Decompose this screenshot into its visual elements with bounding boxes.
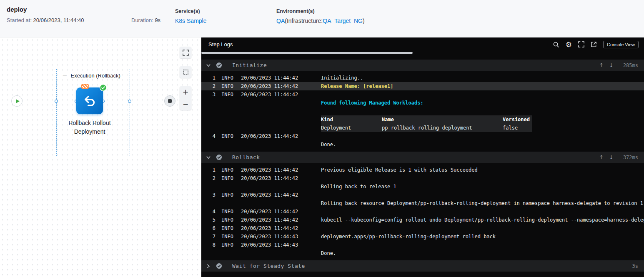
execution-group-label: Execution (Rollback): [71, 72, 120, 79]
settings-gear-icon[interactable]: ⚙: [566, 40, 572, 49]
log-line-number: [201, 140, 216, 149]
search-icon[interactable]: [553, 41, 559, 48]
log-line: Found following Managed Workloads:: [201, 99, 644, 107]
horizontal-scrollbar-thumb[interactable]: [201, 52, 413, 54]
log-level: INFO: [221, 216, 241, 224]
console-header: Step Logs ⚙ Console View: [201, 37, 644, 51]
run-pipeline-button[interactable]: [11, 95, 23, 107]
log-line: Rolling back resource Deployment/pp-roll…: [201, 199, 644, 207]
stop-node-button[interactable]: [164, 95, 175, 107]
log-message: [321, 107, 644, 115]
log-section-header[interactable]: Wait for Steady State3s: [201, 260, 644, 272]
log-line: Rolling back to release 1: [201, 182, 644, 191]
log-line: 1INFO20/06/2023 11:44:42Initializing..: [201, 74, 644, 82]
log-line-number: 3: [201, 191, 216, 199]
log-line-number: 4: [201, 207, 216, 216]
minus-icon: −: [183, 101, 188, 108]
log-timestamp: 20/06/2023 11:44:42: [241, 166, 321, 174]
canvas-marquee-select-button[interactable]: [180, 66, 191, 78]
check-circle-icon: [216, 263, 222, 269]
chevron-down-icon[interactable]: [206, 155, 211, 160]
section-duration: 285ms: [619, 62, 638, 68]
check-circle-icon: [216, 62, 222, 68]
services-label: Service(s): [175, 8, 206, 14]
table-cell: Name: [382, 115, 503, 124]
log-line: 4INFO20/06/2023 11:44:42: [201, 132, 644, 140]
log-line: 2INFO20/06/2023 11:44:42Release Name: [r…: [201, 82, 644, 90]
log-level: [221, 99, 241, 107]
collapse-minus-icon[interactable]: −: [62, 73, 68, 78]
scroll-to-top-icon[interactable]: ↑: [599, 154, 604, 160]
step-node-label: Rollback Rollout Deployment: [56, 119, 123, 136]
log-section-header[interactable]: Rollback↑↓372ms: [201, 152, 644, 163]
log-level: INFO: [221, 207, 241, 216]
environment-link[interactable]: QA: [276, 17, 285, 24]
log-timestamp: 20/06/2023 11:44:42: [241, 90, 321, 99]
log-line-number: 1: [201, 166, 216, 174]
log-section: Wait for Steady State3s: [201, 260, 644, 272]
log-scroll-area[interactable]: Initialize↑↓285ms1INFO20/06/2023 11:44:4…: [201, 51, 644, 277]
log-timestamp: [241, 99, 321, 107]
zoom-in-button[interactable]: +: [180, 86, 191, 98]
log-timestamp: [241, 107, 321, 115]
log-message: deployment.apps/pp-rollback-rolling-depl…: [321, 232, 644, 241]
log-message: Rolling back to release 1: [321, 182, 644, 191]
log-line-number: 7: [201, 232, 216, 241]
zoom-out-button[interactable]: −: [180, 98, 191, 110]
log-sections: Initialize↑↓285ms1INFO20/06/2023 11:44:4…: [201, 60, 644, 272]
log-level: [221, 124, 241, 132]
log-message: [321, 241, 644, 249]
log-line: [201, 107, 644, 115]
chevron-down-icon[interactable]: [206, 63, 211, 68]
barrier-icon: [81, 84, 89, 89]
log-timestamp: [241, 199, 321, 207]
log-message: Previous eligible Release is 1 with stat…: [321, 166, 644, 174]
log-line-number: [201, 115, 216, 124]
section-header-right: 3s: [619, 263, 638, 269]
table-cell: Deployment: [321, 124, 382, 132]
log-line-number: [201, 107, 216, 115]
log-line: 7INFO20/06/2023 11:44:43deployment.apps/…: [201, 232, 644, 241]
section-duration: 372ms: [619, 155, 638, 160]
log-line: Done.: [201, 140, 644, 149]
section-header-right: ↑↓372ms: [599, 154, 638, 160]
expand-icon: [183, 50, 189, 56]
scroll-to-bottom-icon[interactable]: ↓: [609, 154, 614, 160]
log-level: INFO: [221, 224, 241, 232]
log-timestamp: 20/06/2023 11:44:42: [241, 224, 321, 232]
scroll-to-bottom-icon[interactable]: ↓: [609, 62, 614, 68]
step-node-rollback-rollout[interactable]: [76, 87, 103, 114]
log-timestamp: [241, 140, 321, 149]
log-line: 1INFO20/06/2023 11:44:42Previous eligibl…: [201, 166, 644, 174]
log-message: Found following Managed Workloads:: [321, 99, 644, 107]
log-line: Done.: [201, 249, 644, 257]
infrastructure-link[interactable]: QA_Target_NG: [323, 17, 363, 24]
log-section-title: Rollback: [232, 154, 260, 160]
log-line-number: 2: [201, 174, 216, 182]
log-level: [221, 182, 241, 191]
log-section-title: Initialize: [232, 62, 267, 68]
log-level: [221, 107, 241, 115]
execution-group-header[interactable]: − Execution (Rollback): [60, 72, 122, 79]
log-line-number: 1: [201, 74, 216, 82]
log-timestamp: 20/06/2023 11:44:42: [241, 132, 321, 140]
scroll-to-top-icon[interactable]: ↑: [599, 62, 604, 68]
log-timestamp: 20/06/2023 11:44:42: [241, 216, 321, 224]
table-cell: false: [503, 124, 532, 132]
table-cell: Versioned: [503, 115, 532, 124]
log-level: INFO: [221, 174, 241, 182]
canvas-fit-view-button[interactable]: [180, 47, 191, 58]
log-section-header[interactable]: Initialize↑↓285ms: [201, 60, 644, 71]
chevron-right-icon[interactable]: [206, 264, 211, 269]
service-link[interactable]: K8s Sample: [175, 17, 206, 24]
open-in-new-tab-icon[interactable]: [591, 41, 597, 47]
log-message: [321, 132, 644, 140]
log-line: 8INFO20/06/2023 11:44:43: [201, 241, 644, 249]
console-view-button[interactable]: Console View: [603, 41, 639, 48]
connector-line-right: [130, 101, 170, 101]
started-at: Started at: 20/06/2023, 11:44:40: [7, 17, 84, 23]
fullscreen-icon[interactable]: [578, 41, 584, 47]
log-message: Done.: [321, 249, 644, 257]
log-message: [321, 174, 644, 182]
pipeline-canvas[interactable]: − Execution (Rollback): [0, 37, 201, 277]
